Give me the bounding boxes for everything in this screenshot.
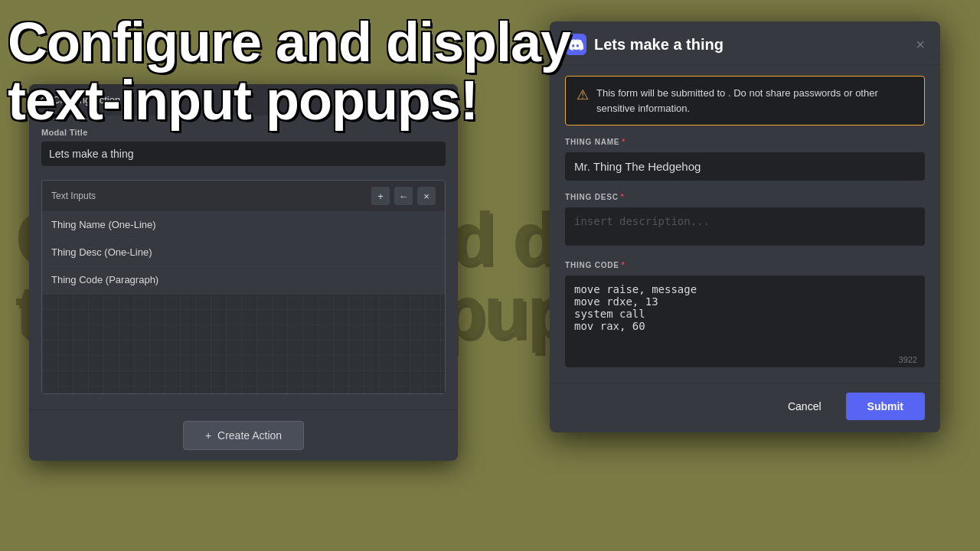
left-modal-body: Modal Title Text Inputs + ← × Thing Name… [29,116,458,409]
required-marker: * [622,261,626,269]
right-modal-header: Lets make a thing × [550,21,940,65]
modal-title-input[interactable] [41,142,446,166]
text-inputs-header: Text Inputs + ← × [42,181,445,211]
left-modal-footer: + Create Action [29,409,458,461]
right-modal: Lets make a thing × ⚠ This form will be … [550,21,940,432]
overlay-title-line1: Configure and display [8,14,570,72]
list-item[interactable]: Thing Desc (One-Line) [42,239,445,266]
right-modal-close-button[interactable]: × [916,36,925,54]
submit-button[interactable]: Submit [846,393,925,420]
char-count: 3922 [899,355,917,364]
left-modal-title: ⚙ Creating Action #2 [40,94,134,106]
list-item[interactable]: Thing Code (Paragraph) [42,266,445,294]
text-inputs-controls: + ← × [371,187,436,205]
create-action-label: Create Action [217,429,282,442]
code-container: move raise, message move rdxe, 13 system… [565,276,925,370]
text-inputs-section: Text Inputs + ← × Thing Name (One-Line) … [41,180,446,394]
thing-code-input[interactable]: move raise, message move rdxe, 13 system… [565,276,925,367]
left-modal-close-button[interactable]: × [439,92,447,108]
create-action-icon: + [205,429,211,442]
thing-desc-input[interactable] [565,207,925,246]
cancel-button[interactable]: Cancel [773,393,837,420]
left-modal-title-text: Creating Action #2 [53,94,134,106]
field-label-thing-code: THING CODE* [565,261,925,269]
left-modal: ⚙ Creating Action #2 × Modal Title Text … [29,84,458,461]
text-inputs-empty-area [42,294,445,393]
create-action-button[interactable]: + Create Action [183,421,304,450]
thing-name-input[interactable] [565,152,925,181]
left-modal-header: ⚙ Creating Action #2 × [29,84,458,116]
right-modal-body: THING NAME* THING DESC* THING CODE* move… [550,138,940,383]
required-marker: * [621,193,625,201]
remove-input-button[interactable]: × [417,187,436,205]
field-label-thing-name: THING NAME* [565,138,925,146]
modal-title-label: Modal Title [41,128,446,137]
warning-banner: ⚠ This form will be submitted to . Do no… [565,76,925,126]
warning-text: This form will be submitted to . Do not … [596,86,913,116]
add-input-button[interactable]: + [371,187,390,205]
field-label-thing-desc: THING DESC* [565,193,925,201]
move-input-button[interactable]: ← [394,187,413,205]
right-modal-title: Lets make a thing [594,36,724,54]
warning-icon: ⚠ [577,86,589,103]
right-modal-header-left: Lets make a thing [565,34,724,55]
text-inputs-label: Text Inputs [51,191,96,201]
required-marker: * [622,138,626,146]
discord-icon [565,34,586,55]
list-item[interactable]: Thing Name (One-Line) [42,211,445,239]
gear-icon: ⚙ [40,95,48,106]
right-modal-footer: Cancel Submit [550,383,940,432]
